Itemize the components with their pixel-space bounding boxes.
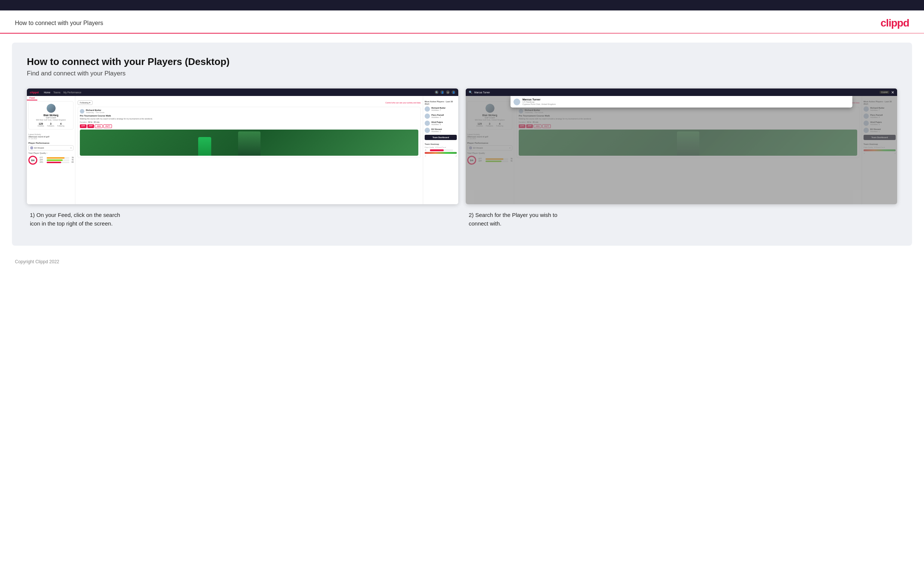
activity-image-1 xyxy=(80,130,418,156)
nav-teams-1[interactable]: Teams xyxy=(53,91,60,94)
page-title: How to connect with your Players xyxy=(15,20,104,26)
activity-meta-1: Duration 02 hr : 00 min xyxy=(80,121,418,123)
step2-desc: 2) Search for the Player you wish toconn… xyxy=(466,204,897,231)
player-avatar-piers-1 xyxy=(425,114,430,119)
quality-score-row-1: 84 OTT 79 xyxy=(28,156,73,165)
page-header: How to connect with your Players clippd xyxy=(0,10,924,33)
screenshot-block-2: clippd Home Teams My Performance 🔍 👤 ⚙ 👤 xyxy=(466,88,897,231)
heatmap-subtitle-1: Player Quality · 20 Round Trend xyxy=(425,146,457,148)
activity-card-1: Richard Butler Yesterday · The Grove Pre… xyxy=(78,107,421,158)
latest-activity-date-1: 27 Jul 2022 xyxy=(28,138,73,140)
main-subtitle: Find and connect with your Players xyxy=(27,70,897,77)
app-logo-1: clippd xyxy=(30,91,39,94)
stat-following-1: 4 Following xyxy=(57,122,65,127)
result-avatar-marcus-2 xyxy=(513,99,520,105)
active-players-title-1: Most Active Players - Last 30 days xyxy=(425,101,457,105)
nav-home-1[interactable]: Home xyxy=(44,91,50,94)
screenshot-block-1: clippd Home Teams My Performance 🔍 👤 ⚙ 👤 xyxy=(27,88,458,231)
player-select-arrow-1: ▾ xyxy=(71,147,72,149)
following-btn-1[interactable]: Following ▾ xyxy=(78,101,92,105)
avatar-icon-1[interactable]: 👤 xyxy=(451,90,455,94)
profile-name-1: Blair McHarg xyxy=(43,114,58,117)
poster-avatar-1 xyxy=(80,109,84,114)
metric-ott-1: OTT 79 xyxy=(40,157,73,159)
tag-arg-1: ARG xyxy=(95,124,103,128)
close-btn-2[interactable]: ✕ xyxy=(891,90,894,94)
app-nav-1: clippd Home Teams My Performance 🔍 👤 ⚙ 👤 xyxy=(27,88,458,96)
result-name-2: Marcus Turner xyxy=(523,98,556,101)
copyright-text: Copyright Clippd 2022 xyxy=(15,259,59,265)
settings-icon-1[interactable]: ⚙ xyxy=(446,90,450,94)
header-divider xyxy=(0,33,924,34)
metric-app-1: APP 70 xyxy=(40,159,73,161)
search-icon-1[interactable]: 🔍 xyxy=(435,90,439,94)
top-bar xyxy=(0,0,924,10)
feed-tab-1[interactable]: Feed xyxy=(27,96,37,101)
main-title: How to connect with your Players (Deskto… xyxy=(27,56,897,68)
step1-desc: 1) On your Feed, click on the searchicon… xyxy=(27,204,458,231)
main-content: How to connect with your Players (Deskto… xyxy=(12,42,912,246)
heatmap-gradient-1 xyxy=(425,152,457,154)
quality-label-1: Total Player Quality xyxy=(28,152,73,154)
clippd-logo: clippd xyxy=(881,17,909,29)
control-link-1[interactable]: Control who can see your activity and da… xyxy=(385,102,421,104)
tag-ott-1: OTT xyxy=(80,124,87,128)
result-item-marcus-2[interactable]: Marcus Turner 1.5 Handicap Cypress Point… xyxy=(513,98,850,105)
nav-icons-1: 🔍 👤 ⚙ 👤 xyxy=(435,90,455,94)
player-item-hiral-1: Hiral Pujara Activities: 3 xyxy=(425,120,457,126)
person-figure-2 xyxy=(198,137,211,156)
player-select-1[interactable]: Eli Vincent ▾ xyxy=(28,145,73,151)
search-input-display-2[interactable]: Marcus Turner xyxy=(474,91,878,94)
screenshots-row: clippd Home Teams My Performance 🔍 👤 ⚙ 👤 xyxy=(27,88,897,231)
tag-putt-1: PUTT xyxy=(104,124,112,128)
profile-stats-1: 129 Activities 3 Followers 4 xyxy=(37,122,64,127)
player-avatar-hiral-1 xyxy=(425,120,430,126)
center-panel-1: Following ▾ Control who can see your act… xyxy=(75,96,423,204)
profile-club-1: Mill Ride Golf Club, United Kingdom xyxy=(36,119,66,121)
tag-app-1: APP xyxy=(87,124,94,128)
player-avatar-richard-1 xyxy=(425,106,430,112)
left-panel-1: Blair McHarg Golf Coach Mill Ride Golf C… xyxy=(27,96,75,204)
user-icon-1[interactable]: 👤 xyxy=(440,90,444,94)
activity-poster-1: Richard Butler Yesterday · The Grove xyxy=(80,109,418,114)
result-club-2: Cypress Point Club, United Kingdom xyxy=(523,103,556,105)
metric-arg-1: ARG 64 xyxy=(40,161,73,163)
stat-activities-1: 129 Activities xyxy=(37,122,44,127)
person-figure-1 xyxy=(238,132,261,156)
search-bar-2: 🔍 Marcus Turner CLEAR ✕ xyxy=(466,88,897,96)
activity-desc-1: Walking the course with my coach to buil… xyxy=(80,118,418,120)
stat-followers-1: 3 Followers xyxy=(47,122,54,127)
team-heatmap-title-1: Team Heatmap xyxy=(425,143,457,145)
player-perf-label-1: Player Performance xyxy=(28,142,73,144)
player-select-name-1: Eli Vincent xyxy=(34,147,70,149)
player-item-eli-1: Eli Vincent Activities: 1 xyxy=(425,128,457,133)
activity-title-1: Pre Tournament Course Walk xyxy=(80,115,418,117)
nav-myperformance-1[interactable]: My Performance xyxy=(63,91,81,94)
player-avatar-eli-1 xyxy=(425,128,430,133)
team-dashboard-btn-1[interactable]: Team Dashboard xyxy=(425,135,457,140)
profile-section-1: Blair McHarg Golf Coach Mill Ride Golf C… xyxy=(28,101,73,130)
search-icon-overlay-2[interactable]: 🔍 xyxy=(469,91,473,94)
screenshot-frame-2: clippd Home Teams My Performance 🔍 👤 ⚙ 👤 xyxy=(466,88,897,204)
page-footer: Copyright Clippd 2022 xyxy=(0,255,924,269)
clear-btn-2[interactable]: CLEAR xyxy=(880,91,889,94)
heatmap-scale-1: -5 +5 xyxy=(425,155,457,157)
screenshot-frame-1: clippd Home Teams My Performance 🔍 👤 ⚙ 👤 xyxy=(27,88,458,204)
following-bar-1: Following ▾ Control who can see your act… xyxy=(78,101,421,105)
search-result-dropdown-2[interactable]: Marcus Turner 1.5 Handicap Cypress Point… xyxy=(511,96,852,107)
right-panel-1: Most Active Players - Last 30 days Richa… xyxy=(423,96,458,204)
player-select-avatar-1 xyxy=(30,146,33,149)
quality-info-icon-1 xyxy=(47,153,47,153)
app-body-1: Feed Blair McHarg Golf Coach Mill Ride G… xyxy=(27,96,458,204)
big-score-1: 84 xyxy=(28,156,37,165)
metric-bars-1: OTT 79 APP xyxy=(40,157,73,164)
app-ui-1: clippd Home Teams My Performance 🔍 👤 ⚙ 👤 xyxy=(27,88,458,204)
player-item-piers-1: Piers Parnell Activities: 4 xyxy=(425,114,457,119)
heatmap-row-1: -5 xyxy=(425,149,457,151)
player-item-richard-1: Richard Butler Activities: 7 xyxy=(425,106,457,112)
avatar-1 xyxy=(47,104,56,113)
tag-buttons-1: OTT APP ARG PUTT xyxy=(80,124,418,128)
poster-info-1: Richard Butler Yesterday · The Grove xyxy=(86,109,105,114)
